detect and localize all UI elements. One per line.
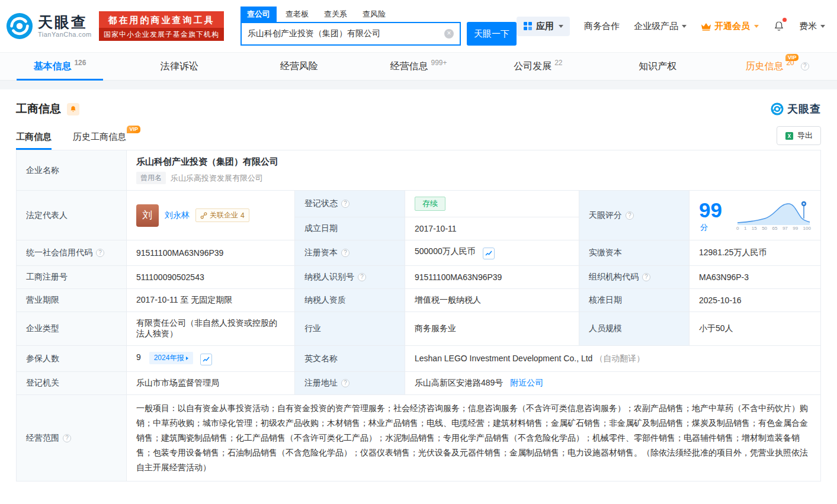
tab-count: 126 bbox=[74, 59, 86, 67]
export-button[interactable]: 导出 bbox=[777, 126, 821, 145]
subscribe-bell-button[interactable] bbox=[67, 103, 79, 115]
label-approval-date: 核准日期 bbox=[579, 289, 690, 312]
tab-operating-risk[interactable]: 经营风险 bbox=[239, 53, 359, 80]
value-tianyan-score: 99分 011550659799100 bbox=[690, 191, 821, 240]
search-tab-relations[interactable]: 查关系 bbox=[318, 7, 354, 22]
apps-button[interactable]: 应用 bbox=[517, 17, 570, 36]
value-company-type: 有限责任公司（非自然人投资或控股的法人独资） bbox=[127, 312, 295, 346]
former-name: 乐山乐高投资发展有限公司 bbox=[171, 173, 263, 184]
help-icon[interactable] bbox=[642, 273, 650, 281]
tab-company-development[interactable]: 公司发展 22 bbox=[478, 53, 598, 80]
value-taxpayer-quality: 增值税一般纳税人 bbox=[405, 289, 579, 312]
tianyancha-logo-icon bbox=[6, 12, 33, 40]
tab-history-info[interactable]: 历史信息 VIP 20 bbox=[717, 53, 837, 80]
help-icon[interactable] bbox=[341, 200, 349, 208]
help-icon[interactable] bbox=[341, 249, 349, 257]
company-name: 乐山科创产业投资（集团）有限公司 bbox=[136, 156, 811, 168]
vip-badge: VIP bbox=[127, 126, 140, 133]
apps-label: 应用 bbox=[536, 21, 554, 32]
tab-label: 经营风险 bbox=[280, 60, 318, 73]
help-icon[interactable] bbox=[341, 379, 349, 387]
page-background-gap bbox=[0, 81, 837, 89]
value-reg-status: 存续 bbox=[405, 191, 579, 217]
clear-icon[interactable] bbox=[444, 29, 454, 38]
nav-enterprise-products[interactable]: 企业级产品 bbox=[634, 21, 687, 32]
label-reg-status: 登记状态 bbox=[295, 191, 405, 217]
chevron-down-icon bbox=[682, 25, 687, 28]
tab-legal-proceedings[interactable]: 法律诉讼 bbox=[120, 53, 239, 80]
value-reg-number: 511100090502543 bbox=[127, 266, 295, 289]
row-credit-code: 统一社会信用代码 91511100MA63N96P39 注册资本 500000万… bbox=[17, 240, 821, 266]
tab-label: 法律诉讼 bbox=[161, 60, 198, 73]
score-axis: 011550659799100 bbox=[736, 226, 811, 231]
row-business-term: 营业期限 2017-10-11 至 无固定期限 纳税人资质 增值税一般纳税人 核… bbox=[17, 289, 821, 312]
legal-rep-link[interactable]: 刘永林 bbox=[165, 210, 190, 221]
label-paid-capital: 实缴资本 bbox=[579, 240, 690, 266]
top-nav: 应用 商务合作 企业级产品 开通会员 费米 bbox=[517, 17, 825, 36]
capital-trend-icon[interactable] bbox=[483, 248, 495, 259]
value-reg-authority: 乐山市市场监督管理局 bbox=[127, 372, 295, 395]
value-business-scope: 一般项目：以自有资金从事投资活动；自有资金投资的资产管理服务；社会经济咨询服务；… bbox=[127, 395, 821, 481]
tab-label: 经营信息 bbox=[390, 60, 428, 73]
help-icon[interactable] bbox=[96, 249, 104, 257]
section-title: 工商信息 bbox=[16, 101, 61, 117]
related-companies-count: 4 bbox=[240, 211, 245, 220]
related-companies-badge[interactable]: 关联企业 4 bbox=[195, 208, 249, 222]
value-taxpayer-id: 91511100MA63N96P39 bbox=[405, 266, 579, 289]
tab-label: 公司发展 bbox=[514, 60, 551, 73]
search-button[interactable]: 天眼一下 bbox=[467, 22, 517, 46]
tab-intellectual-property[interactable]: 知识产权 bbox=[598, 53, 717, 80]
search-tabs: 查公司 查老板 查关系 查风险 bbox=[240, 7, 517, 22]
value-legal-rep: 刘 刘永林 关联企业 4 bbox=[127, 191, 295, 240]
tab-business-info[interactable]: 经营信息 999+ bbox=[359, 53, 479, 80]
chevron-down-icon bbox=[820, 25, 825, 28]
tab-label: 基本信息 bbox=[33, 60, 71, 73]
tab-basic-info[interactable]: 基本信息 126 bbox=[0, 53, 120, 80]
notification-bell[interactable] bbox=[773, 20, 785, 33]
help-icon[interactable] bbox=[801, 62, 809, 70]
label-business-term: 营业期限 bbox=[17, 289, 127, 312]
search-tab-risk[interactable]: 查风险 bbox=[356, 7, 392, 22]
row-company-type: 企业类型 有限责任公司（非自然人投资或控股的法人独资） 行业 商务服务业 人员规… bbox=[17, 312, 821, 346]
promo-banner: 都在用的商业查询工具 国家中小企业发展子基金旗下机构 bbox=[99, 11, 224, 41]
tianyancha-logo[interactable]: 天眼查 TianYanCha.com bbox=[6, 12, 92, 40]
search-tab-company[interactable]: 查公司 bbox=[240, 7, 277, 22]
tianyancha-logo-icon bbox=[771, 102, 784, 115]
promo-banner-line2: 国家中小企业发展子基金旗下机构 bbox=[99, 28, 224, 41]
notification-dot bbox=[783, 18, 787, 22]
row-company-name: 企业名称 乐山科创产业投资（集团）有限公司 曾用名 乐山乐高投资发展有限公司 bbox=[17, 150, 821, 191]
insured-trend-icon[interactable] bbox=[200, 354, 212, 365]
subtab-row: 工商信息 历史工商信息 VIP 导出 bbox=[16, 126, 821, 150]
search-input[interactable] bbox=[248, 29, 444, 38]
top-header: 天眼查 TianYanCha.com 都在用的商业查询工具 国家中小企业发展子基… bbox=[0, 0, 837, 52]
row-legal-rep: 法定代表人 刘 刘永林 关联企业 4 bbox=[17, 191, 821, 217]
subtab-business-info[interactable]: 工商信息 bbox=[16, 131, 52, 150]
nav-user[interactable]: 费米 bbox=[799, 21, 825, 32]
chevron-down-icon bbox=[754, 25, 759, 28]
search-tab-boss[interactable]: 查老板 bbox=[279, 7, 315, 22]
tianyan-score[interactable]: 99分 011550659799100 bbox=[699, 198, 811, 233]
page-tabs: 基本信息 126 法律诉讼 经营风险 经营信息 999+ 公司发展 22 知识产… bbox=[0, 52, 837, 81]
tab-label: 历史信息 bbox=[745, 61, 783, 71]
annual-report-badge[interactable]: 2024年报 bbox=[149, 352, 194, 364]
nav-business-cooperation[interactable]: 商务合作 bbox=[584, 21, 620, 32]
subtab-history-business-info[interactable]: 历史工商信息 VIP bbox=[73, 131, 126, 150]
business-info-table: 企业名称 乐山科创产业投资（集团）有限公司 曾用名 乐山乐高投资发展有限公司 法… bbox=[16, 150, 821, 481]
value-reg-address: 乐山高新区安港路489号 附近公司 bbox=[405, 372, 821, 395]
relation-icon bbox=[200, 212, 207, 219]
help-icon[interactable] bbox=[63, 434, 71, 442]
legal-rep-avatar[interactable]: 刘 bbox=[136, 204, 159, 227]
tianyancha-watermark: 天眼查 bbox=[771, 102, 821, 116]
value-english-name: Leshan LEGO Investment Development Co., … bbox=[405, 346, 821, 372]
help-icon[interactable] bbox=[358, 273, 366, 281]
label-company-name: 企业名称 bbox=[17, 150, 127, 191]
label-industry: 行业 bbox=[295, 312, 405, 346]
arrow-right-icon bbox=[186, 357, 188, 360]
label-english-name: 英文名称 bbox=[295, 346, 405, 372]
nearby-companies-link[interactable]: 附近公司 bbox=[510, 378, 543, 387]
nav-open-vip[interactable]: 开通会员 bbox=[701, 21, 759, 32]
promo-banner-line1: 都在用的商业查询工具 bbox=[99, 11, 224, 28]
value-industry: 商务服务业 bbox=[405, 312, 579, 346]
help-icon[interactable] bbox=[626, 211, 634, 220]
excel-icon bbox=[785, 131, 794, 140]
